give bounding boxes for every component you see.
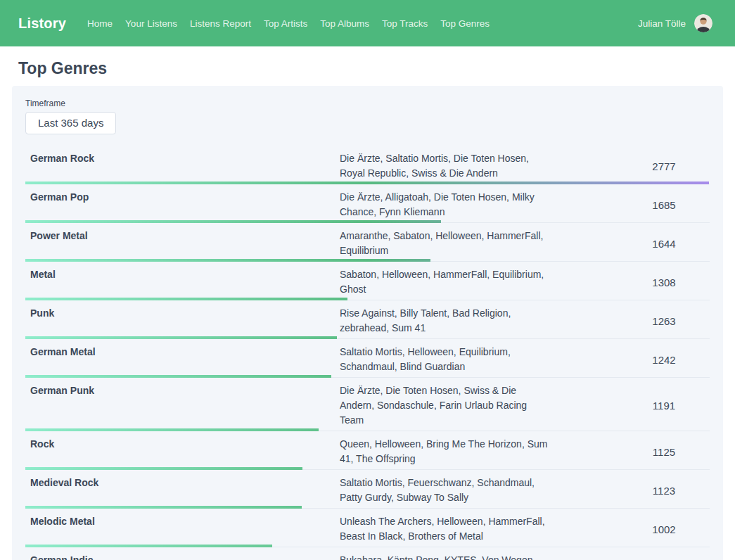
genre-name: Metal xyxy=(25,267,340,297)
genre-name: Melodic Metal xyxy=(25,514,340,544)
genre-count: 1191 xyxy=(618,400,710,412)
timeframe-dropdown[interactable]: Last 365 days xyxy=(25,112,116,134)
genre-bar xyxy=(25,506,302,509)
page-content: Top Genres Timeframe Last 365 days Germa… xyxy=(0,58,735,560)
genre-count: 1002 xyxy=(618,523,710,535)
user-name[interactable]: Julian Tölle xyxy=(638,18,686,29)
genre-count: 1242 xyxy=(618,354,710,366)
nav-item-top-genres[interactable]: Top Genres xyxy=(440,18,490,29)
genre-row: German Indie Bukahara, Käptn Peng, KYTES… xyxy=(25,547,710,560)
genre-bar xyxy=(25,545,272,547)
genre-bar xyxy=(25,336,337,339)
genre-name: German Punk xyxy=(25,383,340,428)
genre-row: German Punk Die Ärzte, Die Toten Hosen, … xyxy=(25,378,710,431)
genre-row: Power Metal Amaranthe, Sabaton, Hellowee… xyxy=(25,223,710,262)
genre-count: 2777 xyxy=(618,160,710,172)
page-title: Top Genres xyxy=(18,58,723,78)
genre-count: 1685 xyxy=(618,199,710,211)
genre-row: Metal Sabaton, Helloween, HammerFall, Eq… xyxy=(25,262,710,300)
genre-artists: Queen, Helloween, Bring Me The Horizon, … xyxy=(340,437,551,466)
genre-name: Medieval Rock xyxy=(25,476,340,505)
nav-item-your-listens[interactable]: Your Listens xyxy=(125,18,177,29)
navbar: Listory Home Your Listens Listens Report… xyxy=(0,0,735,46)
genre-name: Power Metal xyxy=(25,229,340,258)
genre-bar xyxy=(25,259,430,262)
genre-bar xyxy=(25,428,319,431)
genre-artists: Rise Against, Billy Talent, Bad Religion… xyxy=(340,306,551,336)
genre-artists: Amaranthe, Sabaton, Helloween, HammerFal… xyxy=(340,229,551,258)
genre-bar xyxy=(25,182,710,184)
genre-count: 1263 xyxy=(618,315,710,327)
genre-name: German Metal xyxy=(25,345,340,374)
genre-name: German Pop xyxy=(25,190,340,219)
genre-artists: Unleash The Archers, Helloween, HammerFa… xyxy=(340,514,551,544)
genre-row: Medieval Rock Saltatio Mortis, Feuerschw… xyxy=(25,470,710,509)
genre-row: Punk Rise Against, Billy Talent, Bad Rel… xyxy=(25,300,710,339)
genre-name: Punk xyxy=(25,306,340,336)
genre-artists: Bukahara, Käptn Peng, KYTES, Von Wegen L… xyxy=(340,553,551,560)
genre-row: German Metal Saltatio Mortis, Helloween,… xyxy=(25,339,710,378)
genre-bar xyxy=(25,467,302,470)
genre-name: Rock xyxy=(25,437,340,466)
nav-item-listens-report[interactable]: Listens Report xyxy=(190,18,251,29)
nav-item-top-artists[interactable]: Top Artists xyxy=(264,18,307,29)
genre-row: Melodic Metal Unleash The Archers, Hello… xyxy=(25,509,710,547)
timeframe-label: Timeframe xyxy=(25,98,710,108)
genre-artists: Saltatio Mortis, Helloween, Equilibrium,… xyxy=(340,345,551,374)
genre-artists: Die Ärzte, Die Toten Hosen, Swiss & Die … xyxy=(340,383,551,428)
nav-item-top-tracks[interactable]: Top Tracks xyxy=(382,18,428,29)
genre-count: 1123 xyxy=(618,485,710,497)
genre-name: German Rock xyxy=(25,151,340,181)
main-nav: Home Your Listens Listens Report Top Art… xyxy=(87,18,490,29)
genre-table-body: German Rock Die Ärzte, Saltatio Mortis, … xyxy=(25,146,710,560)
genre-name: German Indie xyxy=(25,553,340,560)
genre-artists: Die Ärzte, Alligatoah, Die Toten Hosen, … xyxy=(340,190,551,219)
genre-bar xyxy=(25,298,347,300)
nav-item-top-albums[interactable]: Top Albums xyxy=(320,18,369,29)
genre-artists: Sabaton, Helloween, HammerFall, Equilibr… xyxy=(340,267,551,297)
user-avatar[interactable] xyxy=(694,14,712,32)
genre-count: 1125 xyxy=(618,446,710,458)
genre-bar xyxy=(25,220,441,223)
app-logo[interactable]: Listory xyxy=(18,15,66,32)
genre-bar xyxy=(25,375,331,378)
genre-row: Rock Queen, Helloween, Bring Me The Hori… xyxy=(25,431,710,470)
top-genres-card: Timeframe Last 365 days German Rock Die … xyxy=(12,86,723,560)
genre-row: German Rock Die Ärzte, Saltatio Mortis, … xyxy=(25,146,710,184)
genre-count: 1308 xyxy=(618,276,710,288)
nav-item-home[interactable]: Home xyxy=(87,18,113,29)
user-avatar-photo xyxy=(694,14,712,32)
genre-row: German Pop Die Ärzte, Alligatoah, Die To… xyxy=(25,184,710,223)
genre-artists: Die Ärzte, Saltatio Mortis, Die Toten Ho… xyxy=(340,151,551,181)
genre-count: 1644 xyxy=(618,238,710,250)
genre-artists: Saltatio Mortis, Feuerschwanz, Schandmau… xyxy=(340,476,551,505)
